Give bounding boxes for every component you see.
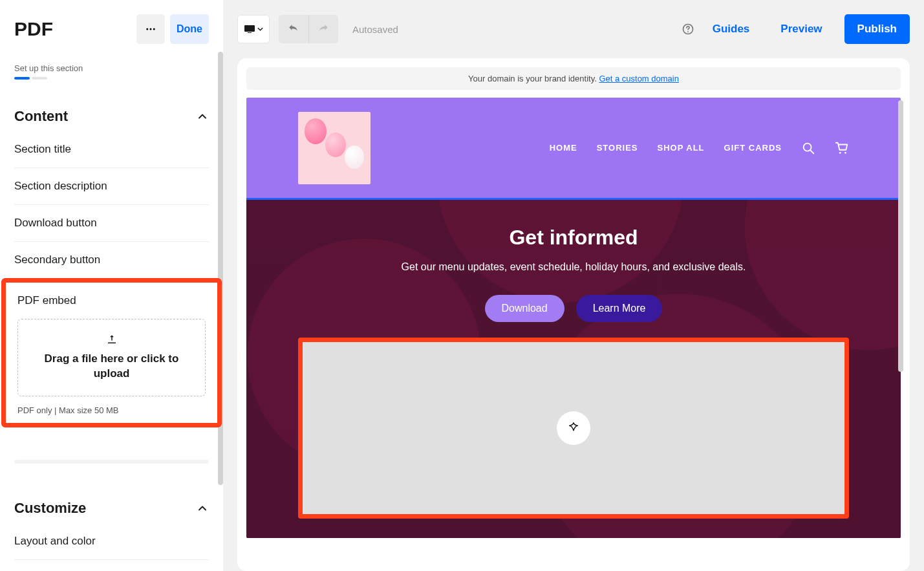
site-logo[interactable] (298, 112, 371, 184)
dropzone-hint: PDF only | Max size 50 MB (17, 405, 206, 415)
help-icon[interactable] (682, 23, 694, 36)
domain-banner: Your domain is your brand identity. Get … (246, 67, 901, 90)
site-header: HOME STORIES SHOP ALL GIFT CARDS (246, 98, 901, 198)
cart-icon[interactable] (835, 141, 849, 155)
editor-topbar: Autosaved Guides Preview Publish (223, 0, 924, 58)
svg-point-0 (146, 28, 148, 30)
svg-point-6 (687, 31, 689, 32)
progress-bar (14, 77, 209, 80)
svg-point-1 (150, 28, 152, 30)
pdf-icon-circle (557, 411, 590, 445)
canvas-scrollbar[interactable] (898, 100, 903, 372)
content-accordion-header[interactable]: Content (14, 108, 209, 125)
customize-accordion-header[interactable]: Customize (14, 500, 209, 517)
pdf-embed-placeholder[interactable] (303, 342, 844, 514)
dropzone-text: Drag a file here or click to upload (36, 352, 187, 382)
undo-icon (287, 23, 300, 36)
hero-download-button[interactable]: Download (485, 295, 564, 322)
hero-learn-more-button[interactable]: Learn More (576, 295, 663, 322)
ellipsis-icon (145, 23, 156, 35)
redo-icon (317, 23, 330, 36)
custom-domain-link[interactable]: Get a custom domain (599, 74, 679, 83)
section-divider (14, 460, 209, 464)
editor-main: Autosaved Guides Preview Publish Your do… (223, 0, 924, 571)
undo-button[interactable] (279, 15, 309, 43)
chevron-up-icon (196, 110, 209, 123)
autosaved-label: Autosaved (352, 24, 398, 35)
nav-stories[interactable]: STORIES (597, 143, 638, 153)
guides-button[interactable]: Guides (704, 23, 759, 36)
sidebar-title: PDF (14, 18, 53, 40)
pdf-embed-highlight: PDF embed Drag a file here or click to u… (1, 278, 222, 427)
settings-sidebar: PDF Done Set up this section Content Sec… (0, 0, 223, 571)
pdf-embed-label: PDF embed (17, 294, 206, 307)
layout-color-item[interactable]: Layout and color (14, 523, 209, 560)
domain-banner-text: Your domain is your brand identity. (468, 74, 599, 83)
section-title-item[interactable]: Section title (14, 131, 209, 168)
section-description-item[interactable]: Section description (14, 168, 209, 205)
done-button[interactable]: Done (170, 14, 209, 44)
preview-button[interactable]: Preview (768, 14, 835, 44)
editor-canvas: Your domain is your brand identity. Get … (237, 58, 910, 571)
site-preview: HOME STORIES SHOP ALL GIFT CARDS Get inf… (246, 98, 901, 538)
chevron-up-icon (196, 502, 209, 515)
desktop-icon (244, 25, 255, 33)
customize-heading: Customize (14, 500, 86, 517)
publish-button[interactable]: Publish (844, 14, 910, 44)
nav-home[interactable]: HOME (550, 143, 577, 153)
caret-down-icon (257, 27, 263, 31)
content-heading: Content (14, 108, 68, 125)
svg-line-8 (811, 150, 814, 153)
download-button-item[interactable]: Download button (14, 205, 209, 242)
nav-gift-cards[interactable]: GIFT CARDS (724, 143, 782, 153)
search-icon[interactable] (801, 141, 815, 155)
background-item[interactable]: Background (14, 560, 209, 571)
svg-rect-3 (244, 25, 255, 32)
hero-subtitle: Get our menu updates, event schedule, ho… (402, 261, 746, 273)
svg-point-10 (844, 151, 846, 153)
pdf-embed-preview-highlight (298, 338, 849, 519)
svg-rect-4 (248, 32, 252, 33)
upload-icon (106, 334, 118, 345)
site-nav: HOME STORIES SHOP ALL GIFT CARDS (550, 141, 849, 155)
progress-label: Set up this section (14, 63, 209, 73)
svg-point-7 (804, 143, 811, 151)
history-group (279, 15, 338, 43)
pdf-icon (566, 421, 581, 435)
secondary-button-item[interactable]: Secondary button (14, 242, 209, 278)
svg-point-9 (839, 151, 841, 153)
hero-title: Get informed (509, 226, 638, 250)
hero-section[interactable]: Get informed Get our menu updates, event… (246, 198, 901, 538)
svg-point-2 (153, 28, 155, 30)
nav-shop-all[interactable]: SHOP ALL (658, 143, 705, 153)
redo-button[interactable] (309, 15, 339, 43)
device-selector-button[interactable] (237, 15, 270, 43)
pdf-upload-dropzone[interactable]: Drag a file here or click to upload (17, 319, 206, 396)
more-options-button[interactable] (136, 14, 165, 44)
